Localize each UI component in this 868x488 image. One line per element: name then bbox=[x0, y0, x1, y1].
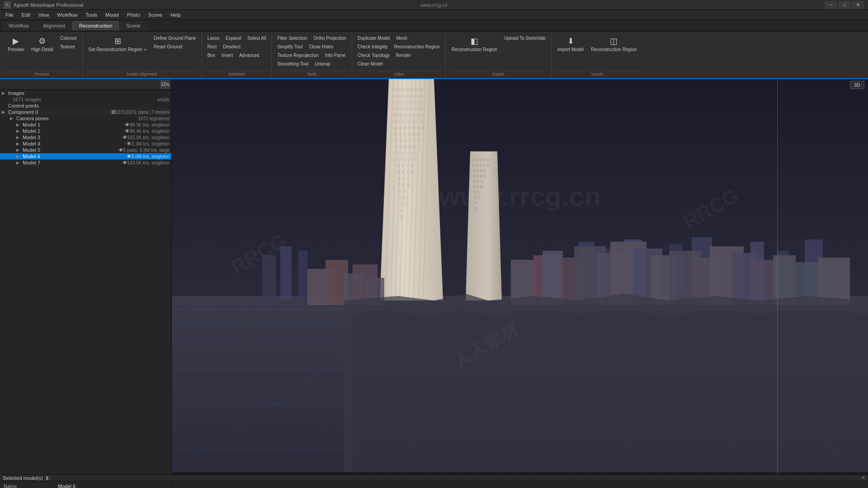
reset-ground-plane-button[interactable]: Reset Ground bbox=[151, 43, 198, 51]
svg-rect-108 bbox=[406, 164, 409, 168]
expand-button[interactable]: Expand bbox=[223, 34, 244, 42]
ribbon-group-export: ◧ Reconstruction Region Upload To Sketch… bbox=[446, 33, 552, 77]
tree-model4[interactable]: ▶ Model 4 👁 2.3M tris, singleton bbox=[0, 141, 171, 147]
set-reconstruction-region-button[interactable]: ⊞ Set Reconstruction Region ▼ bbox=[85, 34, 151, 54]
model3-icons: 👁 bbox=[123, 135, 127, 140]
svg-rect-46 bbox=[407, 101, 410, 104]
colorize-button[interactable]: Colorize bbox=[57, 34, 80, 42]
tree-model3[interactable]: ▶ Model 3 👁 102.0K tris, singleton bbox=[0, 134, 171, 141]
menu-model[interactable]: Model bbox=[102, 11, 123, 19]
reconstruction-region-btn2[interactable]: Reconstruction Region bbox=[392, 43, 443, 51]
svg-rect-145 bbox=[480, 164, 482, 167]
preview-icon: ▶ bbox=[13, 36, 19, 46]
tree-images[interactable]: ▶ Images bbox=[0, 90, 171, 96]
svg-rect-69 bbox=[416, 120, 419, 123]
mesh-button[interactable]: Mesh bbox=[394, 34, 410, 42]
tree-model5[interactable]: ▶ Model 5 👁 5 parts, 8.9M tris, large bbox=[0, 147, 171, 153]
menu-file[interactable]: File bbox=[2, 11, 17, 19]
import-model-button[interactable]: ⬇ Import Model bbox=[554, 34, 587, 54]
model4-icons: 👁 bbox=[127, 141, 132, 146]
texture-button[interactable]: Texture bbox=[57, 43, 80, 51]
close-button[interactable]: ✕ bbox=[852, 1, 864, 9]
info-panel-button[interactable]: Info Panel bbox=[322, 52, 348, 59]
svg-rect-139 bbox=[476, 158, 478, 161]
model1-icons: 👁 bbox=[125, 122, 130, 127]
model7-icons: 👁 bbox=[123, 160, 127, 165]
svg-rect-81 bbox=[408, 132, 410, 136]
svg-rect-72 bbox=[399, 126, 401, 130]
svg-rect-45 bbox=[402, 101, 405, 104]
check-topology-button[interactable]: Check Topology bbox=[355, 52, 392, 59]
menu-workflow[interactable]: Workflow bbox=[53, 11, 81, 19]
clean-model-button[interactable]: Clean Model bbox=[355, 60, 386, 68]
tab-scene[interactable]: Scene bbox=[119, 21, 147, 30]
tree-model2[interactable]: ▶ Model 2 👁 96.4K tris, singleton bbox=[0, 128, 171, 134]
svg-rect-31 bbox=[402, 88, 405, 92]
tab-alignment[interactable]: Alignment bbox=[36, 21, 72, 30]
maximize-button[interactable]: □ bbox=[838, 1, 851, 9]
svg-rect-89 bbox=[418, 139, 420, 142]
high-detail-button[interactable]: ⚙ High Detail bbox=[28, 34, 57, 54]
duplicate-model-button[interactable]: Duplicate Model bbox=[355, 34, 393, 42]
bottom-panel-icon2[interactable]: ✕ bbox=[861, 475, 865, 481]
upload-sketchfab-button[interactable]: Upload To Sketchfab bbox=[501, 34, 548, 42]
svg-rect-78 bbox=[394, 132, 397, 136]
reconstruction-region-export-button[interactable]: ◧ Reconstruction Region bbox=[448, 34, 500, 54]
model1-value: 88.3K tris, singleton bbox=[130, 122, 170, 127]
preview-button[interactable]: ▶ Preview bbox=[5, 34, 27, 54]
svg-rect-118 bbox=[402, 183, 405, 187]
texture-reprojection-button[interactable]: Texture Reprojection bbox=[274, 52, 321, 59]
svg-rect-142 bbox=[487, 158, 489, 161]
smoothing-tool-button[interactable]: Smoothing Tool bbox=[274, 60, 311, 68]
unwrap-button[interactable]: Unwrap bbox=[312, 60, 333, 68]
minimize-button[interactable]: ─ bbox=[825, 1, 837, 9]
ortho-projection-button[interactable]: Ortho Projection bbox=[311, 34, 349, 42]
control-points-label: Control points bbox=[8, 103, 170, 108]
svg-rect-119 bbox=[407, 183, 410, 187]
close-holes-button[interactable]: Close Holes bbox=[306, 43, 336, 51]
svg-rect-154 bbox=[480, 174, 482, 178]
menu-help[interactable]: Help bbox=[167, 11, 184, 19]
menu-edit[interactable]: Edit bbox=[18, 11, 34, 19]
panel-1ds-button[interactable]: 1Ds bbox=[160, 80, 170, 89]
svg-rect-52 bbox=[402, 107, 405, 111]
rect-button[interactable]: Rect bbox=[205, 43, 220, 51]
tree-model7[interactable]: ▶ Model 7 👁 143.0K tris, singleton bbox=[0, 160, 171, 166]
process-buttons: ▶ Preview ⚙ High Detail Colorize Texture bbox=[5, 33, 80, 70]
invert-button[interactable]: Invert bbox=[219, 52, 236, 59]
bottom-panel-icon1[interactable]: ◧ bbox=[46, 475, 50, 481]
svg-rect-150 bbox=[480, 169, 482, 172]
menu-photo[interactable]: Photo bbox=[123, 11, 144, 19]
model6-value: 5.0M tris, singleton bbox=[132, 154, 170, 159]
menubar: File Edit View Workflow Tools Model Phot… bbox=[0, 10, 868, 20]
reconstruction-region-import-button[interactable]: ◫ Reconstruction Region bbox=[588, 34, 640, 54]
model4-label: Model 4 bbox=[23, 141, 125, 146]
svg-rect-100 bbox=[414, 151, 417, 155]
menu-view[interactable]: View bbox=[35, 11, 53, 19]
menu-tools[interactable]: Tools bbox=[82, 11, 101, 19]
check-integrity-button[interactable]: Check Integrity bbox=[355, 43, 391, 51]
svg-rect-82 bbox=[412, 132, 415, 136]
tree-control-points[interactable]: Control points bbox=[0, 103, 171, 109]
viewport[interactable]: www.rrcg.cn RRCG RRCG 人人素材 3D bbox=[172, 79, 868, 474]
define-ground-plane-button[interactable]: Define Ground Plane bbox=[151, 34, 198, 42]
simplify-tool-button[interactable]: Simplify Tool bbox=[274, 43, 305, 51]
tree-camera-poses[interactable]: ▶ Camera poses 1671 registered bbox=[0, 115, 171, 122]
menu-scene[interactable]: Scene bbox=[145, 11, 166, 19]
tree-component0[interactable]: ▶ Component 0 1671/1671 cams, 7 models bbox=[0, 109, 171, 115]
tree-model1[interactable]: ▶ Model 1 👁 88.3K tris, singleton bbox=[0, 122, 171, 128]
model5-label: Model 5 bbox=[23, 147, 117, 153]
select-all-button[interactable]: Select All bbox=[245, 34, 269, 42]
tree-model6[interactable]: ▶ Model 6 👁 5.0M tris, singleton bbox=[0, 153, 171, 160]
box-button[interactable]: Box bbox=[205, 52, 218, 59]
lasso-button[interactable]: Lasso bbox=[205, 34, 222, 42]
filter-selection-button[interactable]: Filter Selection bbox=[274, 34, 310, 42]
viewport-3d-button[interactable]: 3D bbox=[850, 81, 864, 89]
video-label: Video bbox=[355, 70, 443, 76]
svg-rect-30 bbox=[398, 88, 401, 92]
advanced-button[interactable]: Advanced bbox=[236, 52, 262, 59]
deselect-button[interactable]: Deselect bbox=[220, 43, 243, 51]
tab-reconstruction[interactable]: Reconstruction bbox=[72, 21, 119, 30]
render-button[interactable]: Render bbox=[393, 52, 414, 59]
tab-workflow[interactable]: Workflow bbox=[2, 21, 36, 30]
